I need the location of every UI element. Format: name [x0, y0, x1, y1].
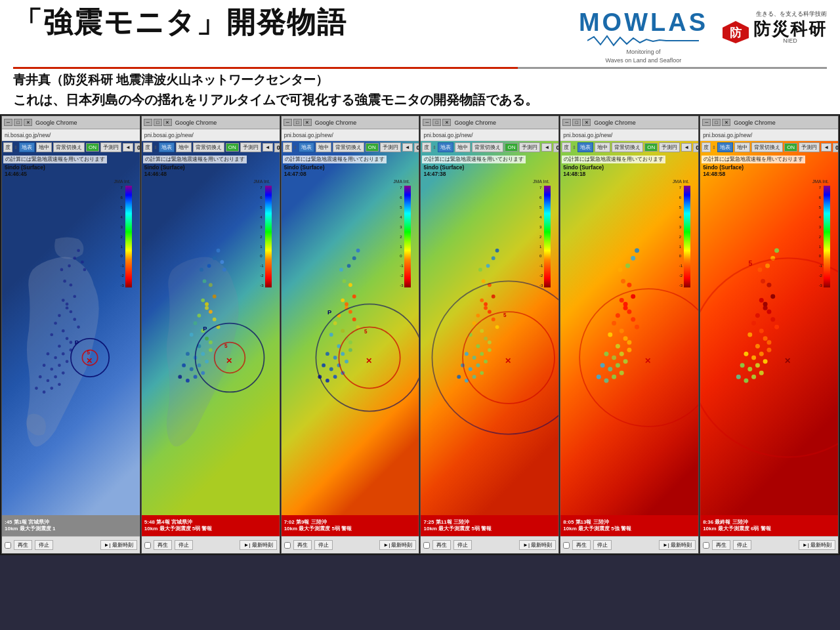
- latest-btn-2[interactable]: ►| 最新時刻: [240, 540, 276, 550]
- arrow-btn-3[interactable]: ◄: [402, 143, 413, 152]
- bg-toggle-1[interactable]: 背景切換え: [53, 142, 85, 152]
- win-close-1[interactable]: ✕: [24, 119, 32, 126]
- arrow-btn-2[interactable]: ◄: [262, 143, 273, 152]
- underground-btn-6[interactable]: 地中: [734, 142, 750, 152]
- win-close-6[interactable]: ✕: [722, 119, 730, 126]
- yosoku-btn-3[interactable]: 予測円: [380, 142, 401, 152]
- yosoku-btn-5[interactable]: 予測円: [659, 142, 680, 152]
- yosoku-btn-6[interactable]: 予測円: [799, 142, 820, 152]
- svg-point-197: [759, 329, 764, 333]
- win-restore-2[interactable]: □: [154, 119, 162, 126]
- latest-btn-1[interactable]: ►| 最新時刻: [100, 540, 137, 550]
- scale-bar-3: 7 6 5 4 3 2 1 0 -1 -2 -3: [404, 186, 411, 297]
- win-minimize-1[interactable]: ─: [4, 119, 12, 126]
- surface-btn-2[interactable]: 地表: [159, 142, 175, 152]
- svg-point-178: [631, 294, 636, 299]
- svg-point-153: [432, 282, 558, 434]
- degree-selector-5: 度: [562, 142, 571, 152]
- win-minimize-5[interactable]: ─: [562, 119, 571, 126]
- play-btn-3[interactable]: 再生: [293, 540, 312, 550]
- yosoku-btn-4[interactable]: 予測円: [519, 142, 540, 152]
- latest-btn-6[interactable]: ►| 最新時刻: [799, 540, 835, 550]
- yosoku-btn-1[interactable]: 予測円: [100, 142, 121, 152]
- on-btn-1[interactable]: ON: [86, 143, 99, 152]
- checkbox-3[interactable]: [284, 542, 291, 549]
- underground-btn-4[interactable]: 地中: [455, 142, 471, 152]
- svg-point-220: [744, 379, 749, 383]
- svg-point-21: [66, 360, 69, 364]
- win-minimize-3[interactable]: ─: [284, 119, 292, 126]
- stop-btn-6[interactable]: 停止: [733, 540, 751, 550]
- svg-point-22: [39, 375, 42, 379]
- win-close-4[interactable]: ✕: [442, 119, 451, 126]
- stop-btn-4[interactable]: 停止: [453, 540, 472, 550]
- bg-toggle-2[interactable]: 背景切換え: [193, 142, 224, 152]
- stop-btn-1[interactable]: 停止: [35, 540, 53, 550]
- screenshot-panel-4: ─ □ ✕ Google Chrome pni.bosai.go.jp/new/…: [420, 116, 559, 554]
- stop-btn-3[interactable]: 停止: [314, 540, 333, 550]
- checkbox-6[interactable]: [703, 542, 709, 549]
- win-restore-4[interactable]: □: [432, 119, 441, 126]
- checkbox-4[interactable]: [423, 542, 430, 549]
- underground-btn-5[interactable]: 地中: [595, 142, 610, 152]
- play-btn-2[interactable]: 再生: [154, 540, 172, 550]
- svg-point-2: [62, 299, 65, 302]
- play-btn-5[interactable]: 再生: [572, 540, 591, 550]
- latest-btn-3[interactable]: ►| 最新時刻: [379, 540, 416, 550]
- bg-toggle-3[interactable]: 背景切換え: [333, 142, 364, 152]
- surface-btn-5[interactable]: 地表: [578, 142, 593, 152]
- surface-btn-4[interactable]: 地表: [438, 142, 453, 152]
- win-minimize-6[interactable]: ─: [702, 119, 711, 126]
- arrow-btn-1[interactable]: ◄: [123, 143, 133, 152]
- arrow-btn-4[interactable]: ◄: [541, 143, 552, 152]
- bg-toggle-6[interactable]: 背景切換え: [751, 142, 783, 152]
- play-btn-4[interactable]: 再生: [432, 540, 451, 550]
- svg-point-163: [620, 329, 624, 333]
- arrow-btn-6[interactable]: ◄: [821, 143, 831, 152]
- on-btn-4[interactable]: ON: [505, 143, 518, 152]
- win-minimize-4[interactable]: ─: [423, 119, 431, 126]
- latest-btn-5[interactable]: ►| 最新時刻: [659, 540, 696, 550]
- surface-btn-3[interactable]: 地表: [299, 142, 314, 152]
- win-restore-6[interactable]: □: [712, 119, 721, 126]
- svg-point-201: [747, 333, 752, 337]
- stop-btn-5[interactable]: 停止: [593, 540, 612, 550]
- svg-point-48: [209, 310, 213, 314]
- author-text: 青井真（防災科研 地震津波火山ネットワークセンター）: [13, 73, 328, 87]
- on-btn-5[interactable]: ON: [644, 143, 658, 152]
- map-controls-1: 度 ⇕ 地表 地中 背景切換え ON 予測円 ◄ 0: [3, 142, 138, 152]
- checkbox-2[interactable]: [144, 542, 151, 549]
- win-close-2[interactable]: ✕: [163, 119, 172, 126]
- surface-btn-6[interactable]: 地表: [717, 142, 733, 152]
- underground-btn-3[interactable]: 地中: [316, 142, 331, 152]
- yosoku-btn-2[interactable]: 予測円: [240, 142, 261, 152]
- underground-btn-2[interactable]: 地中: [176, 142, 192, 152]
- on-btn-2[interactable]: ON: [226, 143, 239, 152]
- latest-btn-4[interactable]: ►| 最新時刻: [519, 540, 556, 550]
- on-btn-6[interactable]: ON: [784, 143, 797, 152]
- notice-3: の計算には緊急地震速報を用いております: [283, 156, 387, 163]
- win-restore-5[interactable]: □: [572, 119, 581, 126]
- svg-point-149: [457, 375, 461, 379]
- win-close-5[interactable]: ✕: [582, 119, 591, 126]
- arrow-btn-5[interactable]: ◄: [681, 143, 692, 152]
- win-restore-1[interactable]: □: [14, 119, 22, 126]
- svg-text:✕: ✕: [86, 356, 93, 365]
- win-restore-3[interactable]: □: [293, 119, 302, 126]
- checkbox-5[interactable]: [563, 542, 570, 549]
- play-btn-6[interactable]: 再生: [712, 540, 730, 550]
- map-controls-5: 度 ⇕ 地表 地中 背景切換え ON 予測円 ◄ 0: [562, 142, 697, 152]
- win-minimize-2[interactable]: ─: [144, 119, 152, 126]
- bg-toggle-4[interactable]: 背景切換え: [472, 142, 503, 152]
- underground-btn-1[interactable]: 地中: [36, 142, 52, 152]
- on-btn-3[interactable]: ON: [366, 143, 379, 152]
- bg-toggle-5[interactable]: 背景切換え: [612, 142, 643, 152]
- surface-btn-1[interactable]: 地表: [19, 142, 35, 152]
- play-btn-1[interactable]: 再生: [14, 540, 32, 550]
- svg-point-174: [608, 367, 613, 371]
- checkbox-1[interactable]: [5, 542, 11, 549]
- stop-btn-2[interactable]: 停止: [175, 540, 193, 550]
- address-bar-4: pni.bosai.go.jp/new/: [421, 129, 558, 141]
- svg-point-94: [329, 333, 333, 337]
- win-close-3[interactable]: ✕: [303, 119, 312, 126]
